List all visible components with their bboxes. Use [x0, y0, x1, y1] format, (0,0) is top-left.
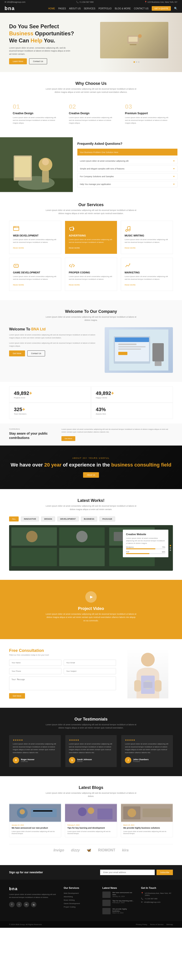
coding-icon	[69, 262, 75, 269]
nav-portfolio[interactable]: Portfolio	[98, 7, 112, 10]
footer-service-0[interactable]: Web Development	[64, 891, 95, 895]
nav-pages[interactable]: Pages	[58, 7, 66, 10]
blog-card-3[interactable]: March 15, 2024 We provide highly busines…	[121, 803, 173, 837]
hero-learn-more-button[interactable]: Learn More	[9, 58, 27, 64]
works-subtitle: Lorem ipsum dolor sit amet consectetur a…	[46, 504, 136, 511]
nav-home[interactable]: Home	[48, 7, 55, 10]
welcome-contact-button[interactable]: Contact Us	[27, 350, 45, 356]
footer-link-sitemap[interactable]: Sitemap	[166, 923, 173, 926]
filter-package[interactable]: PACKAGE	[100, 517, 115, 522]
blog-text-1: Lorem ipsum dolor sit amet consectetur a…	[12, 830, 59, 835]
works-nav-dot-1[interactable]	[170, 545, 171, 546]
nav-services[interactable]: Services	[84, 7, 95, 10]
why-item-3: 03 Premium Support Lorem ipsum dolor sit…	[121, 99, 173, 128]
consult-name-input[interactable]	[9, 660, 62, 666]
welcome-get-more-button[interactable]: Get More	[9, 350, 25, 356]
blog-card-2[interactable]: February 5, 2024 Tips for key learning a…	[65, 803, 117, 837]
search-icon[interactable]: 🔍	[174, 7, 177, 10]
footer-service-2[interactable]: Music Writing	[64, 898, 95, 902]
footer-service-4[interactable]: Proper Coding	[64, 905, 95, 908]
contrib-get-more-button[interactable]: Get More	[62, 436, 75, 441]
consult-message-input[interactable]	[9, 676, 116, 690]
footer-link-terms[interactable]: Terms of Service	[150, 923, 164, 926]
partner-logo-1: Invigo	[54, 848, 64, 852]
footer-contact: Get In Touch 📍 123 Business Ave, New Yor…	[141, 886, 173, 914]
service-music-writing: MUSIC WRITING Lorem ipsum dolor sit amet…	[121, 221, 173, 254]
services-section: Our Services Lorem ipsum dolor sit amet …	[0, 193, 182, 300]
contrib-title: Stay aware of your public contributions	[9, 431, 55, 440]
nav-blog[interactable]: Blog & More	[115, 7, 131, 10]
svg-rect-33	[118, 346, 146, 347]
faq-item-4[interactable]: Help You manage your application ▼	[78, 181, 177, 188]
works-filters: ALL INNOVATIVE DESIGN DEVELOPMENT BUSINE…	[9, 517, 173, 522]
works-nav-dot-2[interactable]	[170, 547, 171, 549]
newsletter-input[interactable]	[100, 870, 155, 875]
footer-service-1[interactable]: Advertising	[64, 895, 95, 898]
service-link-0[interactable]: READ MORE	[13, 247, 24, 249]
blog-card-1[interactable]: January 10, 2024 We have announced our n…	[9, 803, 61, 837]
footer-logo: bna	[9, 886, 57, 891]
instagram-icon[interactable]: ig	[31, 902, 36, 907]
faq-item-2[interactable]: Simple and elegant samples with tons of …	[78, 165, 177, 172]
logo[interactable]: bna	[5, 5, 15, 11]
stats-grid: 49,892+ Projects Done 49,892+ Happy Clie…	[9, 387, 173, 419]
faq-search-bar[interactable]	[78, 149, 177, 156]
consult-email-input[interactable]	[64, 660, 116, 666]
news-thumb-0	[102, 891, 111, 898]
filter-design[interactable]: DESIGN	[41, 517, 55, 522]
faq-search-input[interactable]	[80, 151, 175, 153]
experience-about-button[interactable]: About Us	[83, 472, 99, 478]
blog-illustration-3	[121, 804, 173, 822]
advertising-icon	[69, 226, 75, 232]
consult-submit-button[interactable]: Get More	[9, 693, 25, 698]
play-button[interactable]	[85, 591, 97, 603]
svg-rect-35	[118, 352, 127, 355]
partner-logo-3: 🦋	[87, 848, 91, 852]
works-showcase: Creative Website Lorem ipsum dolor sit a…	[9, 525, 173, 571]
filter-all[interactable]: ALL	[9, 517, 19, 522]
main-nav: Home Pages About Us Services Portfolio B…	[48, 6, 177, 11]
get-quote-button[interactable]: Get A Quote	[152, 6, 171, 11]
footer-link-privacy[interactable]: Privacy Policy	[136, 923, 147, 926]
nav-contact[interactable]: Contact Us	[134, 7, 149, 10]
consult-phone-input[interactable]	[9, 668, 62, 674]
works-section: Latest Works! Lorem ipsum dolor sit amet…	[0, 489, 182, 580]
footer-bottom-links: Privacy Policy Terms of Service Sitemap	[136, 923, 173, 926]
linkedin-icon[interactable]: in	[24, 902, 29, 907]
service-proper-coding: PROPER CODING Lorem ipsum dolor sit amet…	[65, 258, 117, 291]
filter-innovative[interactable]: INNOVATIVE	[21, 517, 39, 522]
stat-num-2: 325+	[14, 407, 86, 412]
service-link-3[interactable]: READ MORE	[13, 284, 24, 286]
service-link-2[interactable]: READ MORE	[125, 247, 136, 249]
top-bar: ✉ info@bnagroup.com 📞 +1 234 567 890 📍 1…	[0, 0, 182, 4]
works-title: Latest Works!	[9, 498, 173, 503]
testimonial-3: ★★★★★ Lorem ipsum dolor sit amet consect…	[121, 735, 173, 767]
consult-subject-input[interactable]	[64, 668, 116, 674]
filter-development[interactable]: DEVELOPMENT	[57, 517, 79, 522]
svg-rect-50	[134, 680, 141, 692]
newsletter-subscribe-button[interactable]: Subscribe	[157, 870, 173, 875]
footer-services-list: Web Development Advertising Music Writin…	[64, 891, 95, 908]
header: bna Home Pages About Us Services Portfol…	[0, 4, 182, 13]
nav-about[interactable]: About Us	[69, 7, 81, 10]
footer-service-3[interactable]: Game Development	[64, 902, 95, 905]
works-nav-dot-3[interactable]	[170, 549, 171, 551]
footer-news: Latest News We have announced our new...…	[102, 886, 134, 914]
faq-img-placeholder	[0, 137, 73, 192]
svg-rect-43	[11, 548, 57, 566]
hero-contact-button[interactable]: Contact Us	[29, 58, 47, 64]
service-link-5[interactable]: READ MORE	[125, 284, 136, 286]
service-link-4[interactable]: READ MORE	[69, 284, 80, 286]
twitter-icon[interactable]: t	[16, 902, 22, 907]
blog-img-3	[121, 804, 173, 822]
consult-image	[123, 648, 173, 698]
facebook-icon[interactable]: f	[9, 902, 14, 907]
service-link-1[interactable]: READ MORE	[69, 247, 80, 249]
faq-item-3[interactable]: For Company Solutions and Samples ▼	[78, 173, 177, 180]
faq-item-1[interactable]: Lorem ipsum dolor sit amet consectetur a…	[78, 158, 177, 164]
blog-illustration-1	[9, 804, 61, 822]
filter-business[interactable]: BUSINESS	[81, 517, 97, 522]
blogs-grid: January 10, 2024 We have announced our n…	[9, 803, 173, 837]
hero-title: Do You See Perfect Business Opportunitie…	[9, 23, 100, 44]
news-thumb-2	[102, 908, 111, 914]
